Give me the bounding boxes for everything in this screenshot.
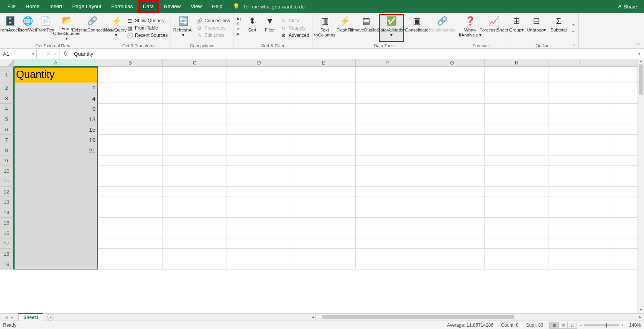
- group-button[interactable]: ⊞Group▾: [508, 15, 525, 41]
- forecast-sheet-button[interactable]: 📈ForecastSheet: [483, 15, 504, 41]
- cell-I7[interactable]: [549, 135, 613, 145]
- ungroup-button[interactable]: ⊟Ungroup▾: [526, 15, 547, 41]
- scroll-down-icon[interactable]: ▼: [638, 308, 644, 313]
- cell-F1[interactable]: [356, 67, 420, 83]
- cell-H5[interactable]: [485, 114, 549, 124]
- cell-F6[interactable]: [356, 124, 420, 135]
- cell-F16[interactable]: [356, 228, 420, 238]
- cell-G8[interactable]: [420, 145, 485, 155]
- cell-A1[interactable]: Quantity: [14, 67, 98, 83]
- cell-B15[interactable]: [98, 218, 163, 228]
- cell-D10[interactable]: [227, 166, 291, 176]
- recent-sources-button[interactable]: 🕘Recent Sources: [125, 32, 169, 39]
- cell-D14[interactable]: [227, 207, 291, 218]
- text-to-columns-button[interactable]: ▥Text toColumns: [314, 15, 335, 41]
- cell-D13[interactable]: [227, 197, 291, 207]
- tab-help[interactable]: Help: [207, 0, 227, 13]
- cell-I14[interactable]: [549, 207, 613, 218]
- cell-H15[interactable]: [485, 218, 549, 228]
- cell-F9[interactable]: [356, 155, 420, 166]
- row-header-7[interactable]: 7: [0, 135, 14, 145]
- tab-file[interactable]: File: [2, 0, 21, 13]
- cell-I12[interactable]: [549, 187, 613, 197]
- from-web-button[interactable]: 🌐FromWeb: [19, 15, 36, 41]
- advanced-filter-button[interactable]: ⚙Advanced: [279, 32, 310, 39]
- cell-E10[interactable]: [291, 166, 356, 176]
- row-header-10[interactable]: 10: [0, 166, 14, 176]
- sheet-nav-prev-icon[interactable]: ◀: [5, 315, 8, 319]
- cell-F8[interactable]: [356, 145, 420, 155]
- data-validation-button[interactable]: ✅DataValidation ▾: [379, 15, 404, 41]
- page-break-view-button[interactable]: ▢: [568, 322, 577, 329]
- cell-F12[interactable]: [356, 187, 420, 197]
- vscroll-thumb[interactable]: [639, 64, 643, 95]
- cell-I15[interactable]: [549, 218, 613, 228]
- hide-detail-button[interactable]: −: [570, 28, 577, 34]
- cell-G19[interactable]: [420, 259, 485, 269]
- cell-G16[interactable]: [420, 228, 485, 238]
- cell-A8[interactable]: 21: [14, 145, 98, 155]
- add-sheet-button[interactable]: +: [47, 314, 54, 321]
- from-table-button[interactable]: ▦From Table: [125, 25, 169, 31]
- cell-E13[interactable]: [291, 197, 356, 207]
- cell-D18[interactable]: [227, 249, 291, 259]
- cell-F14[interactable]: [356, 207, 420, 218]
- cell-H2[interactable]: [485, 83, 549, 93]
- cell-C17[interactable]: [163, 238, 227, 249]
- share-button[interactable]: ↗ Share: [613, 4, 642, 10]
- cell-A7[interactable]: 19: [14, 135, 98, 145]
- whatif-analysis-button[interactable]: ❓What-IfAnalysis ▾: [458, 15, 482, 41]
- subtotal-button[interactable]: ΣSubtotal: [548, 15, 569, 41]
- cell-I13[interactable]: [549, 197, 613, 207]
- cell-G1[interactable]: [420, 67, 485, 83]
- cell-E1[interactable]: [291, 67, 356, 83]
- cell-G11[interactable]: [420, 176, 485, 187]
- select-all-corner[interactable]: [0, 59, 14, 67]
- cell-A4[interactable]: 9: [14, 104, 98, 114]
- row-header-4[interactable]: 4: [0, 104, 14, 114]
- cell-A9[interactable]: [14, 155, 98, 166]
- tab-home[interactable]: Home: [21, 0, 44, 13]
- cell-A11[interactable]: [14, 176, 98, 187]
- cell-F7[interactable]: [356, 135, 420, 145]
- cell-E16[interactable]: [291, 228, 356, 238]
- cell-D2[interactable]: [227, 83, 291, 93]
- cell-B3[interactable]: [98, 93, 163, 104]
- cell-H14[interactable]: [485, 207, 549, 218]
- cell-A6[interactable]: 15: [14, 124, 98, 135]
- expand-formula-bar[interactable]: ▾: [634, 52, 644, 56]
- scroll-left-icon[interactable]: ◀: [310, 315, 315, 319]
- cell-B12[interactable]: [98, 187, 163, 197]
- row-header-5[interactable]: 5: [0, 114, 14, 124]
- hscroll-thumb[interactable]: [322, 315, 514, 319]
- cell-E5[interactable]: [291, 114, 356, 124]
- sheet-tab-sheet1[interactable]: Sheet1: [18, 313, 43, 321]
- row-header-1[interactable]: 1: [0, 67, 14, 83]
- cell-H10[interactable]: [485, 166, 549, 176]
- from-text-button[interactable]: 📄FromText: [37, 15, 54, 41]
- cell-F18[interactable]: [356, 249, 420, 259]
- cancel-formula-icon[interactable]: ✕: [46, 51, 51, 57]
- cell-E14[interactable]: [291, 207, 356, 218]
- remove-duplicates-button[interactable]: ▤RemoveDuplicates: [354, 15, 378, 41]
- cell-G10[interactable]: [420, 166, 485, 176]
- cell-A17[interactable]: [14, 238, 98, 249]
- cell-I1[interactable]: [549, 67, 613, 83]
- cell-D7[interactable]: [227, 135, 291, 145]
- cell-G7[interactable]: [420, 135, 485, 145]
- col-header-D[interactable]: D: [227, 59, 291, 67]
- cell-E12[interactable]: [291, 187, 356, 197]
- show-detail-button[interactable]: +: [570, 22, 577, 28]
- cell-C18[interactable]: [163, 249, 227, 259]
- name-box-dropdown-icon[interactable]: ▾: [30, 52, 36, 56]
- cell-E4[interactable]: [291, 104, 356, 114]
- col-header-F[interactable]: F: [356, 59, 420, 67]
- existing-connections-button[interactable]: 🔗ExistingConnections: [80, 15, 104, 41]
- cell-F13[interactable]: [356, 197, 420, 207]
- cell-F5[interactable]: [356, 114, 420, 124]
- cell-H7[interactable]: [485, 135, 549, 145]
- cell-B10[interactable]: [98, 166, 163, 176]
- cell-G9[interactable]: [420, 155, 485, 166]
- cell-I10[interactable]: [549, 166, 613, 176]
- cell-C8[interactable]: [163, 145, 227, 155]
